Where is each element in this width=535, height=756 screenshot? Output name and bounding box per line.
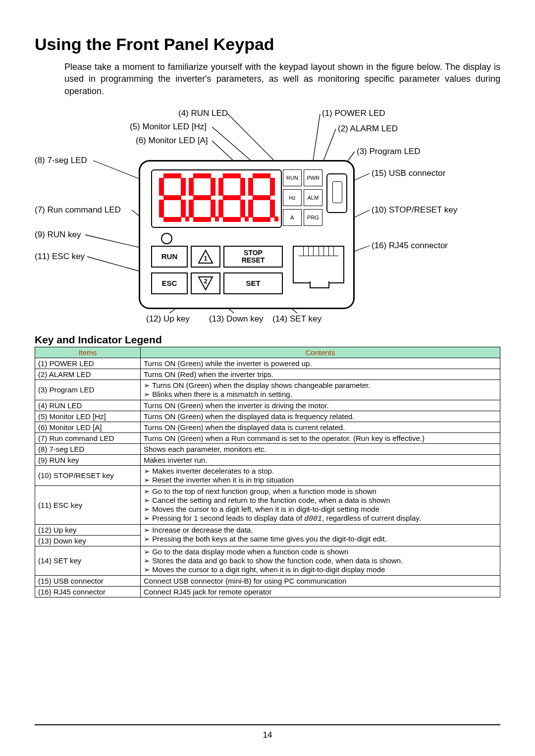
usb-connector-icon xyxy=(326,173,347,213)
legend-content: Makes inverter run. xyxy=(141,454,500,465)
callout-7: (7) Run command LED xyxy=(35,205,121,215)
legend-item: (14) SET key xyxy=(35,546,141,575)
legend-item: (1) POWER LED xyxy=(35,358,141,369)
legend-item: (15) USB connector xyxy=(35,575,141,586)
callout-12: (12) Up key xyxy=(146,314,190,324)
display-icon xyxy=(155,171,278,226)
callout-4: (4) RUN LED xyxy=(178,108,228,118)
legend-content: Go to the data display mode when a funct… xyxy=(141,546,500,575)
legend-item: (10) STOP/RESET key xyxy=(35,465,141,486)
intro-paragraph: Please take a moment to familiarize your… xyxy=(64,61,500,97)
a-led-label: A xyxy=(283,209,302,226)
up-triangle-icon: 1 xyxy=(198,249,214,264)
down-button[interactable]: 2 xyxy=(191,272,220,294)
keypad-panel: RUN PWR Hz ALM A PRG RUN 1 xyxy=(139,160,355,309)
legend-content: Shows each parameter, monitors etc. xyxy=(141,443,500,454)
legend-item: (13) Down key xyxy=(35,535,141,546)
rj45-connector-icon xyxy=(293,246,344,283)
power-led-label: PWR xyxy=(304,169,322,186)
callout-8: (8) 7-seg LED xyxy=(35,156,87,165)
hz-led-label: Hz xyxy=(283,189,302,206)
legend-content: Turns ON (Green) when a Run command is s… xyxy=(141,432,500,443)
legend-item: (8) 7-seg LED xyxy=(35,443,141,454)
legend-item: (16) RJ45 connector xyxy=(35,586,141,597)
legend-item: (3) Program LED xyxy=(35,379,141,400)
legend-content: Turns ON (Green) while the inverter is p… xyxy=(141,358,500,369)
legend-content: Connect USB connector (mini-B) for using… xyxy=(141,575,500,586)
stop-reset-button[interactable]: STOP RESET xyxy=(223,246,283,268)
callout-16: (16) RJ45 connector xyxy=(372,241,448,251)
legend-content: Makes inverter decelerates to a stop.Res… xyxy=(141,465,500,486)
run-button[interactable]: RUN xyxy=(151,246,188,268)
reset-label: RESET xyxy=(242,257,265,264)
legend-item: (12) Up key xyxy=(35,524,141,535)
svg-text:1: 1 xyxy=(204,255,207,262)
status-indicators: RUN PWR Hz ALM A PRG xyxy=(283,169,322,226)
svg-text:2: 2 xyxy=(204,277,207,285)
legend-content: Increase or decrease the data.Pressing t… xyxy=(141,524,500,546)
callout-3: (3) Program LED xyxy=(357,147,420,157)
legend-content: Connect RJ45 jack for remote operator xyxy=(141,586,500,597)
svg-rect-46 xyxy=(215,216,219,221)
callout-13: (13) Down key xyxy=(209,314,264,324)
callout-5: (5) Monitor LED [Hz] xyxy=(130,122,207,132)
svg-rect-48 xyxy=(274,216,278,221)
legend-item: (6) Monitor LED [A] xyxy=(35,422,141,432)
callout-15: (15) USB connector xyxy=(372,168,445,178)
callout-10: (10) STOP/RESET key xyxy=(372,205,457,215)
run-led-label: RUN xyxy=(283,169,302,186)
stop-label: STOP xyxy=(244,249,263,257)
legend-content: Turns ON (Green) when the displayed data… xyxy=(141,422,500,432)
set-button[interactable]: SET xyxy=(223,272,283,294)
alm-led-label: ALM xyxy=(304,189,322,206)
legend-item: (11) ESC key xyxy=(35,486,141,524)
legend-item: (5) Monitor LED [Hz] xyxy=(35,411,141,422)
callout-6: (6) Monitor LED [A] xyxy=(136,136,208,146)
seven-seg-display xyxy=(151,169,282,228)
legend-content: Turns ON (Red) when the inverter trips. xyxy=(141,369,500,379)
legend-table: Items Contents (1) POWER LEDTurns ON (Gr… xyxy=(35,347,500,597)
svg-rect-45 xyxy=(185,216,189,221)
legend-content: Turns ON (Green) when the displayed data… xyxy=(141,411,500,422)
footer-rule xyxy=(35,724,500,725)
callout-11: (11) ESC key xyxy=(35,252,85,262)
page-title: Using the Front Panel Keypad xyxy=(35,35,500,54)
header-items: Items xyxy=(35,347,141,358)
header-contents: Contents xyxy=(141,347,500,358)
keypad-diagram: (4) RUN LED (5) Monitor LED [Hz] (6) Mon… xyxy=(35,107,500,325)
legend-content: Go to the top of next function group, wh… xyxy=(141,486,500,524)
callout-9: (9) RUN key xyxy=(35,230,81,240)
legend-content: Turns ON (Green) when the display shows … xyxy=(141,379,500,400)
svg-rect-47 xyxy=(245,216,249,221)
callout-14: (14) SET key xyxy=(272,314,321,324)
prg-led-label: PRG xyxy=(304,209,322,226)
legend-item: (4) RUN LED xyxy=(35,400,141,411)
callout-1: (1) POWER LED xyxy=(322,108,385,118)
up-button[interactable]: 1 xyxy=(191,246,220,268)
down-triangle-icon: 2 xyxy=(198,276,214,291)
legend-heading: Key and Indicator Legend xyxy=(35,334,500,346)
legend-item: (9) RUN key xyxy=(35,454,141,465)
page-number: 14 xyxy=(0,730,535,740)
callout-2: (2) ALARM LED xyxy=(338,124,398,134)
legend-content: Turns ON (Green) when the inverter is dr… xyxy=(141,400,500,411)
legend-item: (7) Run command LED xyxy=(35,432,141,443)
run-command-led xyxy=(161,233,172,244)
esc-button[interactable]: ESC xyxy=(151,272,188,294)
legend-item: (2) ALARM LED xyxy=(35,369,141,379)
